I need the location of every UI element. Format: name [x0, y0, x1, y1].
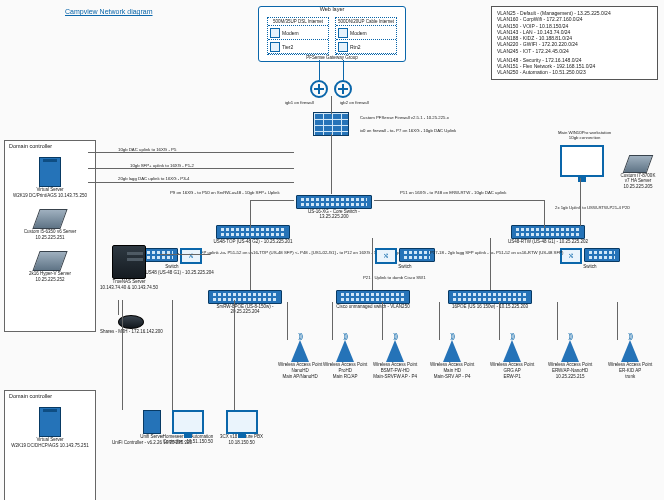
- switch-cascade-mid: ⤭ Switch: [375, 248, 435, 270]
- ap-e: ))) Wireless Access PointGRG APERW-P1: [490, 340, 534, 380]
- switch-icon: [208, 290, 282, 304]
- shares-label: Shares - MJH - 172.16.142.200: [100, 330, 163, 335]
- switch-cascade-right-label: Switch: [560, 265, 620, 270]
- dc1-hv-sub: 10.25.225.252: [11, 278, 89, 283]
- dc1-vm-sub: W2K19 DC/Print/AGS 10.143.75.250: [11, 194, 89, 199]
- diagram-title: Campview Network diagram: [65, 8, 153, 15]
- server-icon: [623, 155, 654, 173]
- link-line: [88, 168, 294, 169]
- link-line: [343, 60, 344, 80]
- cisco-switch: Cisco unmanaged switch - VLAN250: [333, 290, 413, 310]
- srvrw-8poe-label: SrvRW-8POE (US-8-150w) - 20.25.225.204: [205, 305, 285, 315]
- dc2-vm-sub: W2K19 DC/DHCP/AGS 10.143.75.251: [11, 444, 89, 449]
- ap-b-sub: Main RC/AP: [323, 375, 367, 380]
- rtn2-label: Rtn2: [350, 44, 361, 50]
- dc2-vm: Virtual Server W2K19 DC/DHCP/AGS 10.143.…: [11, 407, 89, 449]
- link-line: [118, 300, 119, 315]
- switch-icon: [584, 248, 620, 262]
- modem2-icon: [338, 28, 348, 38]
- us48-rtw-switch: US48-RTW (US-48 G1) - 10.25.225.202: [508, 225, 588, 245]
- switch-glyph-icon: ⤭: [180, 248, 202, 264]
- wan-dsl-label: 500M/35UP DSL Internet: [268, 18, 328, 26]
- link-line: [160, 254, 210, 255]
- switch-cascade-right: ⤭ Switch: [560, 248, 620, 270]
- dc1-vm: Virtual Server W2K19 DC/Print/AGS 10.143…: [11, 157, 89, 199]
- ap-a-sub: Main AP/NanoHD: [278, 375, 322, 380]
- link-line: [617, 302, 618, 340]
- pc-icon: [172, 410, 204, 434]
- web-layer-group: Web layer 500M/35UP DSL Internet Modem T…: [258, 6, 406, 62]
- ap-icon: ))): [386, 340, 404, 362]
- link-line: [557, 302, 558, 340]
- ap-icon: ))): [503, 340, 521, 362]
- dc1-host-sub: 10.25.225.251: [11, 236, 89, 241]
- server-icon: [39, 407, 61, 437]
- tier2-icon: [270, 42, 280, 52]
- pc-head-label: Main WIN10Pro workstation 10gb connectio…: [558, 130, 611, 140]
- ap-f-sub: 10.25.225.215: [548, 375, 592, 380]
- server-icon: [39, 157, 61, 187]
- ap-icon: ))): [621, 340, 639, 362]
- core-switch: US-16-XG - Core Switch - 13.25.225.200: [294, 195, 374, 220]
- truenas-sub: 10.143.74.40 & 10.143.74.50: [100, 286, 158, 291]
- ap-c: ))) Wireless Access PointBSMT-FW-HDMain-…: [373, 340, 417, 380]
- dc1-hv-name: 2k16 Hyper-V Server: [11, 272, 89, 277]
- ha-server-name: Custom i7-8700K v7 HA Server: [618, 174, 658, 184]
- monitor-icon: [560, 145, 604, 177]
- core-p9-label: P9 on 16XG - to P50 on SrvRW-us48 - 10gb…: [170, 190, 280, 195]
- link-line: [580, 178, 581, 226]
- link-line: [122, 300, 123, 410]
- link-line: [544, 200, 545, 228]
- vlan-row: VLAN250 - Automation - 10.51.250.0/23: [497, 69, 652, 75]
- switch-icon: [296, 195, 372, 209]
- pbx: 3CX v18 Secure PBX 10.18.150.50: [220, 410, 263, 446]
- core-left3-label: 20gb lagg DAC uplink to 16XG - P3-4: [118, 176, 189, 181]
- us48-top-label: US48-TOP (US-48 G2) - 10.25.225.201: [213, 240, 293, 245]
- link-line: [250, 200, 251, 228]
- wan-dsl-box: 500M/35UP DSL Internet Modem Tier2: [267, 17, 329, 55]
- pbx-sub: 10.18.150.50: [220, 441, 263, 446]
- us48-top-switch: US48-TOP (US-48 G2) - 10.25.225.201: [213, 225, 293, 245]
- ap-d-sub: Main-SRV AP - P4: [430, 375, 474, 380]
- firewall: [313, 112, 349, 136]
- ap-icon: ))): [443, 340, 461, 362]
- link-line: [490, 238, 491, 290]
- server-icon: [32, 209, 67, 229]
- link-line: [172, 300, 173, 410]
- ap-a: ))) Wireless Access PointNanoHDMain AP/N…: [278, 340, 322, 380]
- link-line: [88, 182, 294, 183]
- firewall-ix0-label: ix0 on firewall - to- P7 on 16XG - 10gb …: [360, 128, 456, 133]
- main-pc: PC: [560, 145, 604, 183]
- us48-rtw-label: US48-RTW (US-48 G1) - 10.25.225.202: [508, 240, 588, 245]
- switch-cascade-mid-label: Switch: [375, 265, 435, 270]
- switch-icon: [216, 225, 290, 239]
- ha-server-sub: 10.25.225.205: [618, 185, 658, 190]
- nas-icon: [112, 245, 146, 279]
- truenas: TrueNAS Server 10.143.74.40 & 10.143.74.…: [100, 245, 158, 291]
- tier2-label: Tier2: [282, 44, 293, 50]
- modem-label: Modem: [282, 30, 299, 36]
- link-line: [319, 60, 320, 80]
- cisco-switch-label: Cisco unmanaged switch - VLAN250: [333, 305, 413, 310]
- ap-g: ))) Wireless Access PointER-KID APtrunk: [608, 340, 652, 380]
- link-line: [250, 200, 294, 201]
- link-line: [499, 302, 500, 340]
- igb2-label: igb2 on firewall: [340, 100, 369, 105]
- dc1-host: Custom i5-6350 v6 Server 10.25.225.251: [11, 209, 89, 241]
- core-p11-label: P11 on 16XG - to P48 on ERW-RTW - 10gb D…: [400, 190, 506, 195]
- ap-e-sub: ERW-P1: [490, 375, 534, 380]
- vlan-legend: VLAN25 - Default - (Management) - 13.25.…: [491, 6, 658, 80]
- dc1-hyperv: 2k16 Hyper-V Server 10.25.225.252: [11, 251, 89, 283]
- ap-d: ))) Wireless Access PointMain HDMain-SRV…: [430, 340, 474, 380]
- link-line: [287, 302, 288, 340]
- dc2-title: Domain controller: [9, 393, 52, 399]
- link-line: [88, 152, 294, 153]
- firewall-label: Custom PFSense Firewall v2.5.1 - 10.25.2…: [360, 115, 449, 120]
- erw-p17-label: P17-18 - 2gb lagg SFP uplink - to- P51-5…: [430, 250, 563, 255]
- domain-controller-1: Domain controller Virtual Server W2K19 D…: [4, 140, 96, 332]
- router-icon: [310, 80, 328, 98]
- switch-icon: [336, 290, 410, 304]
- rtn2-icon: [338, 42, 348, 52]
- wan-cable-label: 500DN/20UP Cable Internet: [336, 18, 396, 26]
- wan-cable-box: 500DN/20UP Cable Internet Modem Rtn2: [335, 17, 397, 55]
